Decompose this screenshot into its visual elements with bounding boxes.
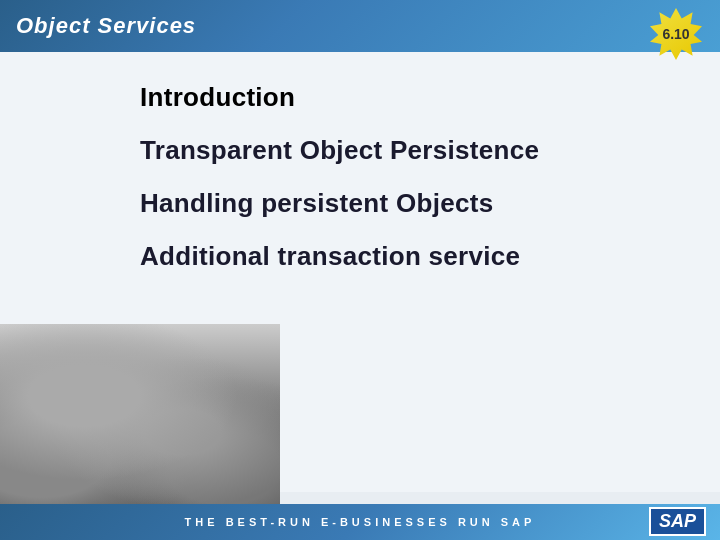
menu-item-introduction[interactable]: Introduction [140,82,720,113]
version-badge: 6.10 [650,8,702,60]
menu-item-handling[interactable]: Handling persistent Objects [140,188,720,219]
page-title: Object Services [16,13,196,39]
menu-item-additional[interactable]: Additional transaction service [140,241,720,272]
menu-item-transparent[interactable]: Transparent Object Persistence [140,135,720,166]
badge-label: 6.10 [650,8,702,60]
header-bar: Object Services [0,0,720,52]
photo-strip [0,324,280,504]
footer-bar: THE BEST-RUN E-BUSINESSES RUN SAP SAP [0,504,720,540]
footer-text: THE BEST-RUN E-BUSINESSES RUN SAP [185,516,536,528]
people-photo [0,324,280,504]
sap-logo: SAP [649,507,706,536]
